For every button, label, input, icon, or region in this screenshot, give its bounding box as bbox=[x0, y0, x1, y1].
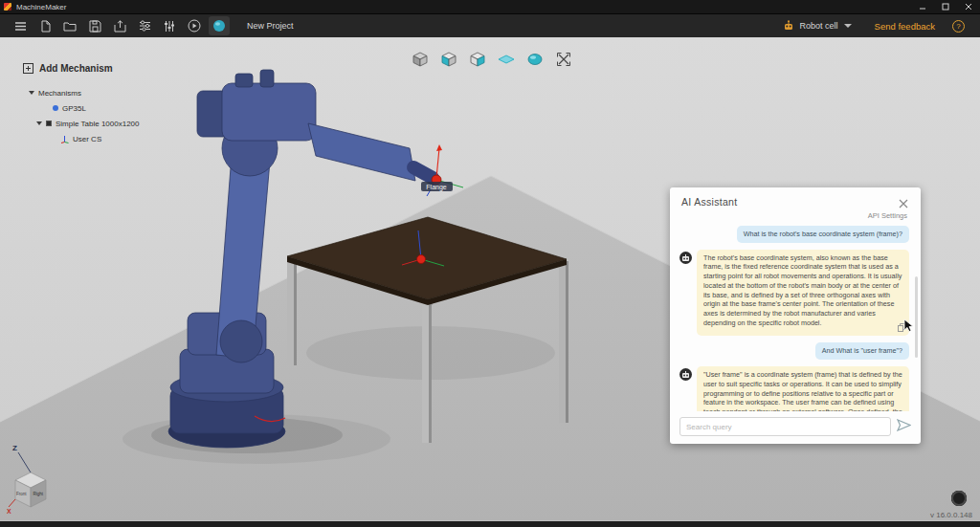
mechanism-panel: Add Mechanism Mechanisms GP35L Simple Ta… bbox=[0, 60, 211, 146]
caret-down-icon[interactable] bbox=[36, 121, 42, 125]
perspective-button[interactable] bbox=[524, 49, 546, 70]
viewport: Flange Add Mechanism Mechanisms GP35L bbox=[0, 37, 980, 521]
fit-view-button[interactable] bbox=[553, 49, 574, 70]
assistant-message-text: The robot's base coordinate system, also… bbox=[703, 253, 902, 327]
tree-node-user-cs[interactable]: User CS bbox=[0, 131, 211, 146]
menu-button[interactable] bbox=[10, 16, 31, 35]
gizmo-front-label: Front bbox=[16, 492, 27, 496]
chat-message-list[interactable]: What is the robot's base coordinate syst… bbox=[670, 224, 921, 411]
settings-button[interactable] bbox=[159, 16, 180, 35]
gizmo-z-label: Z bbox=[12, 444, 17, 452]
cube-iso-icon bbox=[412, 51, 429, 68]
chat-message-assistant: The robot's base coordinate system, also… bbox=[679, 250, 909, 337]
maximize-button[interactable] bbox=[934, 0, 957, 13]
add-mechanism-label: Add Mechanism bbox=[39, 63, 113, 74]
ai-assistant-panel: AI Assistant API Settings What is the ro… bbox=[670, 187, 921, 444]
save-icon bbox=[89, 20, 101, 33]
flange-label: Flange bbox=[426, 184, 447, 191]
chat-input-row bbox=[679, 417, 911, 436]
robot-icon bbox=[783, 20, 794, 32]
bottom-strip bbox=[0, 521, 980, 527]
titlebar: MachineMaker bbox=[0, 0, 980, 13]
app-window: MachineMaker bbox=[0, 0, 980, 527]
chat-message-user: What is the robot's base coordinate syst… bbox=[679, 226, 909, 243]
mouse-cursor bbox=[903, 318, 914, 333]
cube-front-icon bbox=[440, 51, 457, 68]
send-feedback-link[interactable]: Send feedback bbox=[875, 21, 935, 32]
new-file-icon bbox=[39, 20, 52, 33]
cube-side-icon bbox=[469, 51, 486, 68]
view-toolbar bbox=[410, 49, 574, 70]
send-button[interactable] bbox=[897, 418, 911, 435]
orientation-gizmo[interactable]: Z Front Right X bbox=[6, 441, 67, 517]
gizmo-x-label: X bbox=[7, 508, 11, 514]
mechanism-tree: Mechanisms GP35L Simple Table 1000x1200 … bbox=[0, 85, 211, 146]
sphere-view-icon bbox=[526, 51, 544, 68]
new-file-button[interactable] bbox=[34, 16, 56, 35]
ai-close-button[interactable] bbox=[898, 196, 909, 208]
tree-item-label: GP35L bbox=[62, 104, 86, 113]
tree-root-label: Mechanisms bbox=[38, 89, 81, 98]
chat-scrollbar[interactable] bbox=[915, 276, 918, 358]
help-label: ? bbox=[956, 22, 960, 31]
iso-view-button[interactable] bbox=[410, 49, 431, 70]
robot-cell-dropdown[interactable]: Robot cell bbox=[777, 18, 858, 33]
close-icon bbox=[898, 198, 909, 209]
send-icon bbox=[897, 419, 911, 431]
open-project-button[interactable] bbox=[59, 16, 80, 35]
minimize-button[interactable] bbox=[911, 0, 934, 13]
maximize-icon bbox=[942, 3, 949, 11]
expand-arrows-icon bbox=[555, 51, 572, 68]
assistant-message-bubble: The robot's base coordinate system, also… bbox=[697, 250, 909, 337]
add-mechanism-button[interactable]: Add Mechanism bbox=[0, 60, 211, 76]
close-icon bbox=[965, 3, 972, 11]
export-icon bbox=[114, 20, 126, 33]
side-view-button[interactable] bbox=[467, 49, 488, 70]
api-settings-link[interactable]: API Settings bbox=[670, 209, 921, 224]
app-logo-icon bbox=[4, 3, 11, 11]
play-circle-icon bbox=[188, 19, 201, 33]
main-toolbar: New Project Robot cell Send feedback ? bbox=[0, 13, 980, 37]
tune-button[interactable] bbox=[134, 16, 155, 35]
user-message-bubble: What is the robot's base coordinate syst… bbox=[737, 226, 909, 243]
simulate-button[interactable] bbox=[184, 16, 205, 35]
help-button[interactable]: ? bbox=[952, 20, 965, 33]
project-name: New Project bbox=[247, 21, 294, 31]
assistant-message-text: "User frame" is a coordinate system (fra… bbox=[703, 370, 902, 411]
assistant-avatar-icon bbox=[679, 252, 692, 264]
minimize-icon bbox=[919, 3, 926, 11]
plane-icon bbox=[498, 51, 515, 68]
view-3d-button[interactable] bbox=[209, 16, 230, 35]
coordinate-system-icon bbox=[60, 135, 69, 143]
app-title: MachineMaker bbox=[16, 3, 66, 11]
profile-button[interactable] bbox=[951, 491, 967, 506]
folder-icon bbox=[63, 20, 77, 32]
ai-panel-title: AI Assistant bbox=[681, 196, 737, 208]
sliders-icon bbox=[139, 20, 151, 32]
assistant-message-bubble: "User frame" is a coordinate system (fra… bbox=[697, 366, 909, 411]
robot-item-icon bbox=[53, 105, 58, 111]
sphere-icon bbox=[212, 19, 226, 33]
close-button[interactable] bbox=[957, 0, 980, 13]
table-item-icon bbox=[46, 121, 52, 126]
tree-item-label: Simple Table 1000x1200 bbox=[56, 120, 139, 128]
chat-input[interactable] bbox=[679, 417, 891, 436]
hamburger-icon bbox=[14, 21, 27, 32]
tree-node-mechanisms[interactable]: Mechanisms bbox=[0, 85, 211, 100]
gizmo-right-label: Right bbox=[33, 492, 44, 496]
chat-message-assistant: "User frame" is a coordinate system (fra… bbox=[679, 366, 909, 411]
user-message-bubble: And What is "user frame"? bbox=[815, 342, 909, 360]
tree-node-table[interactable]: Simple Table 1000x1200 bbox=[0, 116, 211, 131]
chat-message-user: And What is "user frame"? bbox=[679, 342, 909, 360]
version-label: v 16.0.0.148 bbox=[930, 511, 972, 519]
export-button[interactable] bbox=[109, 16, 130, 35]
assistant-avatar-icon bbox=[679, 368, 692, 381]
tree-node-robot[interactable]: GP35L bbox=[0, 100, 211, 116]
chevron-down-icon bbox=[844, 24, 852, 28]
front-view-button[interactable] bbox=[438, 49, 459, 70]
tree-item-label: User CS bbox=[73, 135, 101, 143]
save-button[interactable] bbox=[84, 16, 105, 35]
robot-cell-label: Robot cell bbox=[800, 21, 838, 31]
caret-down-icon[interactable] bbox=[29, 91, 34, 95]
top-view-button[interactable] bbox=[496, 49, 517, 70]
